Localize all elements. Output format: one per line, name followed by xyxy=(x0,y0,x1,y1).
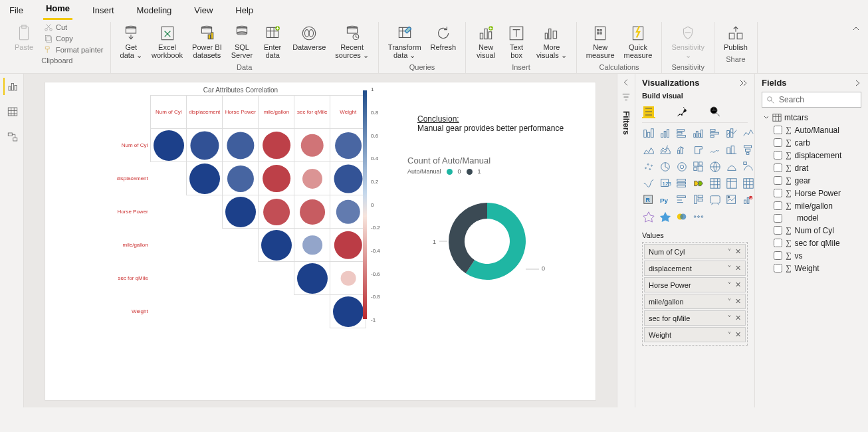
field-horse-power[interactable]: ∑Horse Power xyxy=(774,187,861,199)
format-painter-button[interactable]: Format painter xyxy=(43,45,105,55)
viz-type-19[interactable] xyxy=(725,160,738,173)
viz-type-26[interactable] xyxy=(725,177,738,190)
viz-type-35[interactable] xyxy=(642,210,655,223)
viz-type-21[interactable] xyxy=(642,177,655,190)
viz-type-36[interactable] xyxy=(659,210,672,223)
viz-type-4[interactable] xyxy=(708,127,722,140)
viz-type-38[interactable] xyxy=(692,210,705,223)
field-checkbox[interactable] xyxy=(774,226,782,235)
enter-button[interactable]: Enter data xyxy=(258,22,287,62)
viz-type-16[interactable] xyxy=(675,160,689,173)
power-bi-button[interactable]: Power BI datasets xyxy=(188,22,226,62)
quick-button[interactable]: Quick measure xyxy=(620,22,657,62)
recent-button[interactable]: Recent sources ⌄ xyxy=(331,22,373,62)
report-view-button[interactable] xyxy=(3,78,21,95)
filters-pane-collapsed[interactable]: Filters xyxy=(617,74,635,407)
field-checkbox[interactable] xyxy=(774,126,782,134)
menu-home[interactable]: Home xyxy=(43,0,72,20)
correlation-visual[interactable]: Car Attributes Correlation Num of Cyldis… xyxy=(94,86,387,328)
remove-icon[interactable]: ✕ xyxy=(735,330,741,338)
viz-type-25[interactable] xyxy=(708,177,722,190)
conclusion-textbox[interactable]: Conclusion: Manual gear provides better … xyxy=(417,114,570,133)
sql-button[interactable]: SQL Server xyxy=(227,22,257,62)
viz-type-0[interactable] xyxy=(642,127,655,140)
viz-type-28[interactable]: R xyxy=(642,193,655,207)
field-checkbox[interactable] xyxy=(774,251,782,260)
viz-type-7[interactable] xyxy=(642,144,655,157)
field-carb[interactable]: ∑carb xyxy=(774,136,861,149)
remove-icon[interactable]: ✕ xyxy=(735,247,741,255)
viz-type-12[interactable] xyxy=(725,144,738,157)
field-checkbox[interactable] xyxy=(774,239,782,247)
field-vs[interactable]: ∑vs xyxy=(774,249,861,262)
new-button[interactable]: New measure xyxy=(582,22,619,62)
collapse-ribbon-button[interactable] xyxy=(848,22,864,73)
viz-type-29[interactable]: Py xyxy=(659,193,672,207)
cut-button[interactable]: Cut xyxy=(43,22,105,33)
field-auto-manual[interactable]: ∑Auto/Manual xyxy=(774,124,861,136)
viz-type-5[interactable] xyxy=(725,127,738,140)
value-horse-power[interactable]: Horse Power˅✕ xyxy=(644,277,746,292)
viz-type-13[interactable] xyxy=(742,144,755,157)
field-gear[interactable]: ∑gear xyxy=(774,174,861,187)
viz-type-1[interactable] xyxy=(659,127,672,140)
value-sec-for-qmile[interactable]: sec for qMile˅✕ xyxy=(644,310,746,326)
viz-type-31[interactable] xyxy=(692,193,705,207)
field-drat[interactable]: ∑drat xyxy=(774,162,861,174)
data-view-button[interactable] xyxy=(3,103,21,120)
new-button[interactable]: New visual xyxy=(471,22,500,62)
more-button[interactable]: More visuals ⌄ xyxy=(532,22,571,62)
field-num-of-cyl[interactable]: ∑Num of Cyl xyxy=(774,224,861,237)
field-model[interactable]: model xyxy=(774,212,861,224)
viz-type-34[interactable] xyxy=(742,193,755,207)
viz-type-11[interactable] xyxy=(708,144,722,157)
remove-icon[interactable]: ✕ xyxy=(735,264,741,272)
viz-type-2[interactable] xyxy=(675,127,689,140)
value-displacement[interactable]: displacement˅✕ xyxy=(644,261,746,276)
viz-type-15[interactable] xyxy=(659,160,672,173)
field-checkbox[interactable] xyxy=(774,151,782,160)
viz-type-30[interactable] xyxy=(675,193,689,207)
remove-icon[interactable]: ✕ xyxy=(735,297,741,305)
field-checkbox[interactable] xyxy=(774,163,782,172)
value-num-of-cyl[interactable]: Num of Cyl˅✕ xyxy=(644,244,746,259)
chevron-right-icon[interactable] xyxy=(853,79,861,87)
search-input[interactable]: Search xyxy=(762,92,861,108)
copy-button[interactable]: Copy xyxy=(43,33,105,44)
text-button[interactable]: Text box xyxy=(502,22,531,62)
viz-type-27[interactable] xyxy=(742,177,755,190)
field-checkbox[interactable] xyxy=(774,264,782,272)
viz-type-22[interactable]: 123 xyxy=(659,177,672,190)
refresh-button[interactable]: Refresh xyxy=(427,22,461,54)
remove-icon[interactable]: ✕ xyxy=(735,280,741,288)
viz-type-10[interactable] xyxy=(692,144,705,157)
viz-type-32[interactable] xyxy=(708,193,722,207)
paste-button[interactable]: Paste xyxy=(9,22,39,54)
viz-type-8[interactable] xyxy=(659,144,672,157)
viz-type-9[interactable] xyxy=(675,144,689,157)
value-weight[interactable]: Weight˅✕ xyxy=(644,327,746,342)
chevron-right-right-icon[interactable] xyxy=(738,78,748,88)
viz-type-37[interactable] xyxy=(675,210,689,223)
field-sec-for-qmile[interactable]: ∑sec for qMile xyxy=(774,237,861,249)
viz-type-3[interactable] xyxy=(692,127,705,140)
viz-type-33[interactable] xyxy=(725,193,738,207)
menu-file[interactable]: File xyxy=(7,2,26,20)
menu-modeling[interactable]: Modeling xyxy=(134,2,175,20)
field-checkbox[interactable] xyxy=(774,201,782,210)
get-button[interactable]: Get data ⌄ xyxy=(116,22,146,62)
donut-visual[interactable]: Count of Auto/Manual Auto/Manual01 10 xyxy=(407,156,607,296)
build-tab[interactable] xyxy=(642,105,655,118)
table-header[interactable]: mtcars xyxy=(763,113,861,122)
field-displacement[interactable]: ∑displacement xyxy=(774,149,861,162)
menu-view[interactable]: View xyxy=(191,2,215,20)
viz-type-23[interactable] xyxy=(675,177,689,190)
field-checkbox[interactable] xyxy=(774,189,782,197)
sensitivity-button[interactable]: Sensitivity ⌄ xyxy=(667,22,708,62)
menu-insert[interactable]: Insert xyxy=(90,2,117,20)
format-tab[interactable] xyxy=(675,105,689,118)
viz-type-14[interactable] xyxy=(642,160,655,173)
remove-icon[interactable]: ✕ xyxy=(735,314,741,322)
dataverse-button[interactable]: Dataverse xyxy=(288,22,330,54)
viz-type-17[interactable] xyxy=(692,160,705,173)
